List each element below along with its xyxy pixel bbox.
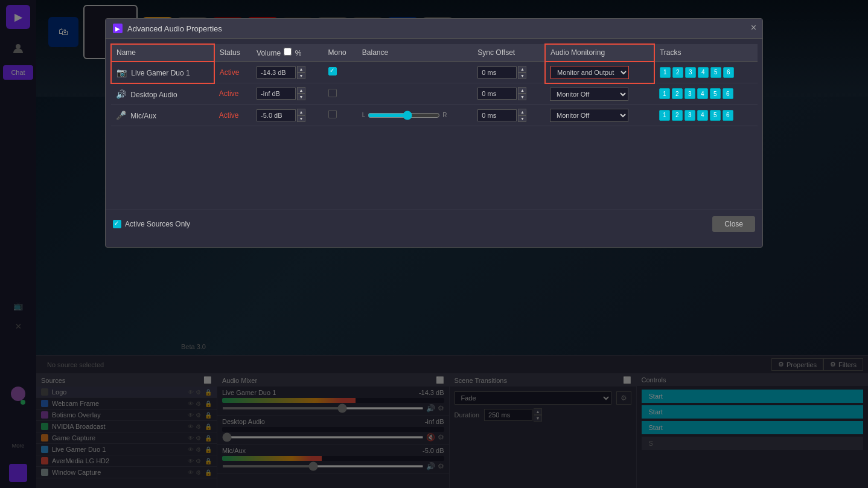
- row2-monitoring-cell[interactable]: Monitor Off Monitor and Output Monitor O…: [545, 83, 654, 105]
- row3-monitoring-cell[interactable]: Monitor Off Monitor and Output Monitor O…: [545, 104, 654, 126]
- row2-track-5[interactable]: 5: [710, 88, 721, 99]
- row1-track-6[interactable]: 6: [723, 67, 734, 78]
- dialog-overlay: ▶ Advanced Audio Properties × Name Statu…: [0, 0, 868, 488]
- row2-tracks: 1 2 3 4 5 6: [654, 83, 758, 105]
- row1-status-badge: Active: [220, 68, 240, 77]
- row1-volume-up[interactable]: ▲: [297, 66, 305, 72]
- th-mono: Mono: [324, 44, 357, 62]
- row1-track-1[interactable]: 1: [660, 67, 671, 78]
- row3-volume-down[interactable]: ▼: [297, 115, 305, 122]
- row3-name-cell: 🎤 Mic/Aux: [111, 104, 214, 126]
- dialog-content: Name Status Volume % Mono Balance Sync O…: [106, 39, 762, 210]
- row1-sync-up[interactable]: ▲: [518, 66, 526, 72]
- th-audio-monitoring: Audio Monitoring: [545, 44, 654, 62]
- active-sources-wrap: Active Sources Only: [113, 220, 190, 228]
- row3-monitoring-select[interactable]: Monitor Off Monitor and Output Monitor O…: [550, 109, 628, 122]
- row3-volume-input[interactable]: [257, 109, 296, 121]
- row2-track-2[interactable]: 2: [672, 88, 683, 99]
- row1-status: Active: [214, 62, 252, 83]
- row2-name-cell: 🔊 Desktop Audio: [111, 83, 214, 105]
- row3-source-name: Mic/Aux: [130, 112, 156, 120]
- audio-properties-table: Name Status Volume % Mono Balance Sync O…: [110, 43, 758, 126]
- row2-volume[interactable]: ▲ ▼: [252, 83, 324, 105]
- row1-volume[interactable]: ▲ ▼: [252, 62, 324, 83]
- row2-track-4[interactable]: 4: [697, 88, 708, 99]
- dialog-footer: Active Sources Only Close: [106, 210, 762, 238]
- row2-monitoring-select[interactable]: Monitor Off Monitor and Output Monitor O…: [550, 88, 628, 101]
- row2-sync-offset[interactable]: ▲ ▼: [473, 83, 545, 105]
- row1-sync-offset[interactable]: ▲ ▼: [473, 62, 545, 83]
- row1-monitoring-select[interactable]: Monitor and Output Monitor Off Monitor O…: [550, 66, 629, 79]
- row3-track-6[interactable]: 6: [723, 110, 733, 121]
- row1-name-cell: 📷 Live Gamer Duo 1: [111, 62, 214, 83]
- row3-track-5[interactable]: 5: [710, 110, 721, 121]
- row1-source-name: Live Gamer Duo 1: [131, 69, 190, 77]
- row2-volume-input[interactable]: [257, 88, 296, 100]
- row1-sync-input[interactable]: [477, 66, 517, 79]
- row1-volume-input[interactable]: [257, 66, 296, 79]
- row2-track-3[interactable]: 3: [685, 88, 695, 99]
- dialog-title: Advanced Audio Properties: [127, 24, 222, 33]
- row2-mono-checkbox[interactable]: [328, 89, 337, 97]
- row3-balance-slider[interactable]: [368, 111, 440, 120]
- dialog-empty-space: [110, 126, 758, 205]
- row3-mono[interactable]: [324, 104, 357, 126]
- row1-track-2[interactable]: 2: [672, 67, 683, 78]
- dialog-title-icon: ▶: [113, 24, 123, 33]
- row1-monitoring-cell[interactable]: Monitor and Output Monitor Off Monitor O…: [545, 62, 654, 83]
- row3-sync-down[interactable]: ▼: [518, 115, 526, 122]
- row1-tracks: 1 2 3 4 5 6: [654, 62, 758, 83]
- row1-source-icon: 📷: [116, 68, 127, 77]
- dialog-title-bar: ▶ Advanced Audio Properties ×: [106, 19, 762, 39]
- row2-track-6[interactable]: 6: [723, 88, 733, 99]
- row1-track-4[interactable]: 4: [698, 67, 709, 78]
- th-sync-offset: Sync Offset: [473, 44, 545, 62]
- row2-source-name: Desktop Audio: [130, 91, 177, 99]
- active-sources-checkbox[interactable]: [113, 220, 121, 228]
- row2-sync-up[interactable]: ▲: [518, 87, 526, 94]
- row3-balance: L R: [357, 104, 473, 126]
- row1-mono[interactable]: [324, 62, 357, 83]
- active-sources-label: Active Sources Only: [125, 220, 190, 228]
- row2-volume-up[interactable]: ▲: [297, 87, 305, 94]
- row2-source-icon: 🔊: [116, 89, 126, 99]
- row2-sync-down[interactable]: ▼: [518, 94, 526, 100]
- row2-balance: [357, 83, 473, 105]
- row1-track-5[interactable]: 5: [710, 67, 721, 78]
- row3-sync-up[interactable]: ▲: [518, 109, 526, 115]
- row1-track-3[interactable]: 3: [685, 67, 696, 78]
- advanced-audio-dialog: ▶ Advanced Audio Properties × Name Statu…: [105, 18, 763, 248]
- dialog-close-button[interactable]: ×: [751, 22, 756, 33]
- row3-sync-offset[interactable]: ▲ ▼: [473, 104, 545, 126]
- row3-tracks: 1 2 3 4 5 6: [654, 104, 758, 126]
- balance-right-label: R: [442, 112, 447, 118]
- row1-sync-down[interactable]: ▼: [518, 72, 526, 79]
- th-tracks: Tracks: [654, 44, 758, 62]
- row2-track-1[interactable]: 1: [659, 88, 670, 99]
- row3-volume[interactable]: ▲ ▼: [252, 104, 324, 126]
- row3-track-3[interactable]: 3: [685, 110, 695, 121]
- row2-volume-down[interactable]: ▼: [297, 94, 305, 100]
- row1-balance: [357, 62, 473, 83]
- dialog-close-footer-btn[interactable]: Close: [712, 216, 755, 232]
- row1-volume-down[interactable]: ▼: [297, 72, 305, 79]
- row3-sync-input[interactable]: [477, 109, 517, 121]
- row1-mono-checkbox[interactable]: [328, 67, 337, 75]
- volume-checkbox[interactable]: [284, 48, 292, 56]
- row3-source-icon: 🎤: [116, 111, 126, 120]
- row3-track-2[interactable]: 2: [672, 110, 683, 121]
- row2-status: Active: [214, 83, 252, 105]
- row3-track-1[interactable]: 1: [659, 110, 670, 121]
- th-volume: Volume %: [252, 44, 324, 62]
- th-name: Name: [111, 44, 214, 62]
- row3-track-4[interactable]: 4: [697, 110, 708, 121]
- row2-sync-input[interactable]: [477, 88, 517, 100]
- th-status: Status: [214, 44, 252, 62]
- row2-status-badge: Active: [219, 89, 239, 98]
- row3-volume-up[interactable]: ▲: [297, 109, 305, 115]
- row2-mono[interactable]: [324, 83, 357, 105]
- row3-mono-checkbox[interactable]: [328, 110, 337, 118]
- th-balance: Balance: [357, 44, 473, 62]
- table-row: 🔊 Desktop Audio Active ▲ ▼: [111, 83, 758, 105]
- balance-left-label: L: [362, 112, 366, 118]
